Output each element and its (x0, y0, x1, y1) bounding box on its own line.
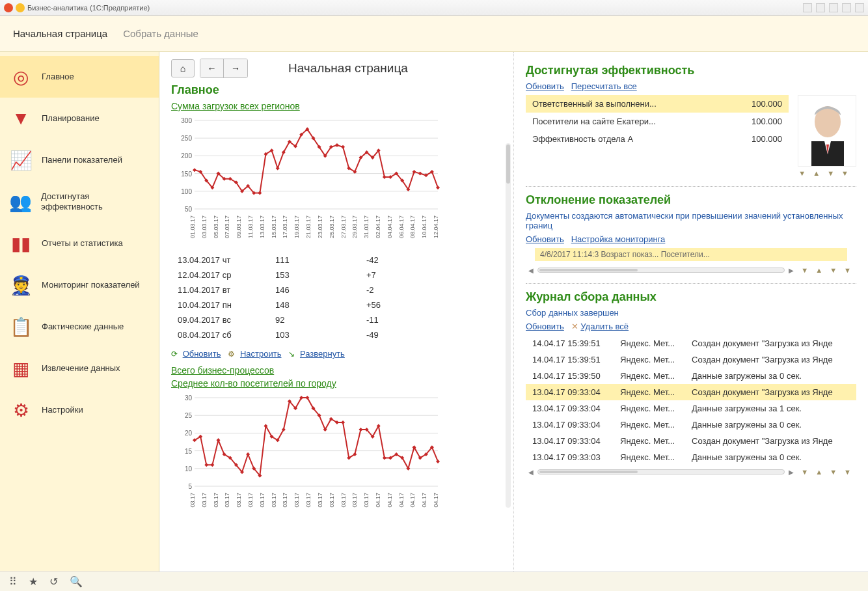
sidebar: ◎ Главное ▼ Планирование 📈 Панели показа… (0, 52, 159, 571)
sidebar-item-extract[interactable]: ▦ Извлечение данных (0, 348, 159, 389)
sidebar-item-dashboards[interactable]: 📈 Панели показателей (0, 139, 159, 181)
svg-text:09.03.17: 09.03.17 (236, 215, 242, 238)
table-row[interactable]: 09.04.2017 вс92-11 (171, 312, 502, 327)
svg-text:15: 15 (185, 448, 193, 455)
chart1-title-link[interactable]: Сумма загрузок всех регионов (171, 101, 300, 111)
content: ⌂ ← → Начальная страница Главное Сумма з… (159, 52, 868, 571)
svg-text:03.17: 03.17 (317, 493, 323, 508)
history-icon[interactable]: ↺ (49, 575, 58, 588)
eff-row[interactable]: Эффективность отдела А100.000 (526, 130, 789, 148)
svg-text:02.04.17: 02.04.17 (375, 215, 381, 238)
sidebar-item-actual-data[interactable]: 📋 Фактические данные (0, 306, 159, 348)
star-icon[interactable]: ★ (29, 575, 38, 588)
svg-text:29.03.17: 29.03.17 (351, 215, 358, 238)
svg-text:03.17: 03.17 (259, 493, 265, 508)
business-processes-link[interactable]: Всего бизнес-процессов (171, 365, 274, 376)
table-row[interactable]: 13.04.2017 чт111-42 (171, 253, 502, 268)
dev-partial-row[interactable]: 4/6/2017 11:14:3 Возраст показ... Посети… (535, 248, 847, 261)
gear-icon: ⚙ (228, 350, 235, 359)
main-column: ⌂ ← → Начальная страница Главное Сумма з… (159, 52, 514, 571)
right-column: Достигнутая эффективность Обновить Перес… (514, 52, 868, 571)
sidebar-item-label: Фактические данные (42, 322, 124, 332)
bottombar: ⠿ ★ ↺ 🔍 (0, 571, 868, 591)
refresh-icon: ⟳ (171, 350, 178, 359)
svg-text:03.17: 03.17 (189, 493, 196, 508)
svg-text:03.03.17: 03.03.17 (201, 215, 208, 238)
log-row[interactable]: 13.04.17 09:33:04Яндекс. Мет...Данные за… (526, 417, 856, 433)
svg-text:03.17: 03.17 (224, 493, 230, 508)
back-button[interactable]: ← (200, 59, 224, 77)
eff-row[interactable]: Ответственный за выполнени...100.000 (526, 95, 789, 113)
svg-text:04.17: 04.17 (421, 493, 427, 508)
svg-text:04.17: 04.17 (433, 493, 439, 508)
log-row[interactable]: 14.04.17 15:39:51Яндекс. Мет...Создан до… (526, 335, 856, 351)
forward-button[interactable]: → (224, 59, 247, 77)
svg-text:08.04.17: 08.04.17 (409, 215, 416, 238)
scrollbar[interactable] (506, 143, 511, 508)
main-heading: Главное (171, 83, 502, 97)
log-row[interactable]: 13.04.17 09:33:04Яндекс. Мет...Создан до… (526, 384, 856, 400)
table-row[interactable]: 11.04.2017 вт146-2 (171, 282, 502, 297)
breadcrumb-main[interactable]: Начальная страница (13, 28, 107, 39)
dev-refresh-link[interactable]: Обновить (526, 234, 564, 244)
log-row[interactable]: 13.04.17 09:33:04Яндекс. Мет...Создан до… (526, 433, 856, 449)
svg-text:03.17: 03.17 (247, 493, 254, 508)
sidebar-item-efficiency[interactable]: 👥 Достигнутая эффективность (0, 181, 159, 223)
nav-arrows[interactable]: ▼ ▲ ▼ ▼ (526, 167, 856, 180)
svg-text:03.17: 03.17 (201, 493, 208, 508)
svg-text:03.17: 03.17 (236, 493, 242, 508)
svg-text:11.03.17: 11.03.17 (247, 215, 254, 238)
dev-setup-link[interactable]: Настройка мониторинга (571, 234, 666, 244)
sidebar-item-label: Отчеты и статистика (42, 238, 123, 249)
svg-text:25.03.17: 25.03.17 (329, 215, 335, 238)
chart-visitors: 5101520253003.1703.1703.1703.1703.1703.1… (171, 391, 444, 521)
table-row[interactable]: 10.04.2017 пн148+56 (171, 297, 502, 312)
doc-icon[interactable] (829, 3, 838, 12)
sidebar-item-monitoring[interactable]: 👮 Мониторинг показателей (0, 264, 159, 306)
log-row[interactable]: 13.04.17 09:33:03Яндекс. Мет...Данные за… (526, 449, 856, 465)
sidebar-item-main[interactable]: ◎ Главное (0, 56, 159, 98)
sidebar-item-reports[interactable]: ▮▮ Отчеты и статистика (0, 223, 159, 264)
star-icon[interactable] (842, 3, 851, 12)
eff-list: Ответственный за выполнени...100.000Посе… (526, 95, 789, 148)
configure-link[interactable]: Настроить (240, 349, 282, 359)
eff-recalc-link[interactable]: Пересчитать все (571, 81, 637, 91)
log-hscroll[interactable]: ◀▶ ▼ ▲ ▼ ▼ (526, 465, 856, 478)
search-icon[interactable]: 🔍 (70, 575, 83, 588)
dev-hscroll[interactable]: ◀▶ ▼ ▲ ▼ ▼ (526, 264, 856, 277)
svg-text:04.17: 04.17 (375, 493, 381, 508)
log-row[interactable]: 13.04.17 09:33:04Яндекс. Мет...Данные за… (526, 400, 856, 417)
svg-text:03.17: 03.17 (340, 493, 347, 508)
svg-text:03.17: 03.17 (213, 493, 219, 508)
svg-text:250: 250 (181, 135, 192, 142)
tools-icon[interactable] (855, 3, 864, 12)
breadcrumb-sub[interactable]: Собрать данные (123, 28, 198, 39)
table-row[interactable]: 08.04.2017 сб103-49 (171, 327, 502, 342)
svg-text:23.03.17: 23.03.17 (317, 215, 323, 238)
log-deleteall-link[interactable]: Удалить всё (580, 322, 629, 331)
eff-row[interactable]: Посетители на сайте Екатери...100.000 (526, 113, 789, 130)
refresh-link[interactable]: Обновить (183, 349, 221, 359)
chart2-title-link[interactable]: Среднее кол-во посетителей по городу (171, 378, 336, 389)
sidebar-item-planning[interactable]: ▼ Планирование (0, 98, 159, 139)
eff-refresh-link[interactable]: Обновить (526, 81, 564, 91)
log-row[interactable]: 14.04.17 15:39:51Яндекс. Мет...Создан до… (526, 351, 856, 368)
apps-icon[interactable]: ⠿ (9, 575, 17, 588)
print-icon[interactable] (816, 3, 825, 12)
home-button[interactable]: ⌂ (171, 59, 195, 77)
sidebar-item-settings[interactable]: ⚙ Настройки (0, 389, 159, 431)
save-icon[interactable] (803, 3, 812, 12)
log-refresh-link[interactable]: Обновить (526, 322, 564, 331)
avatar (798, 95, 856, 167)
svg-text:04.17: 04.17 (398, 493, 405, 508)
svg-text:27.03.17: 27.03.17 (340, 215, 347, 238)
svg-text:19.03.17: 19.03.17 (293, 215, 300, 238)
log-row[interactable]: 14.04.17 15:39:50Яндекс. Мет...Данные за… (526, 368, 856, 384)
expand-icon: ↘ (288, 350, 295, 359)
app-icon-2 (16, 3, 25, 12)
sidebar-item-label: Извлечение данных (42, 363, 120, 374)
svg-text:12.04.17: 12.04.17 (433, 215, 439, 238)
table-row[interactable]: 12.04.2017 ср153+7 (171, 268, 502, 282)
svg-text:04.17: 04.17 (409, 493, 416, 508)
expand-link[interactable]: Развернуть (300, 349, 345, 359)
